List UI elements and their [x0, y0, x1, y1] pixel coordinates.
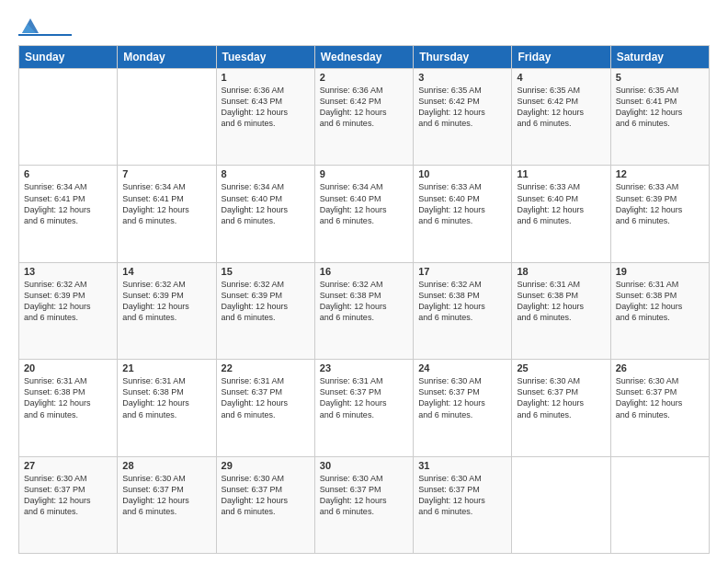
calendar-cell: 15Sunrise: 6:32 AM Sunset: 6:39 PM Dayli…: [216, 262, 314, 359]
day-info: Sunrise: 6:33 AM Sunset: 6:40 PM Dayligh…: [517, 181, 605, 226]
day-number: 4: [517, 72, 605, 83]
calendar-cell: 27Sunrise: 6:30 AM Sunset: 6:37 PM Dayli…: [19, 456, 118, 553]
calendar-week-4: 20Sunrise: 6:31 AM Sunset: 6:38 PM Dayli…: [19, 360, 710, 456]
day-number: 16: [320, 266, 408, 277]
header-friday: Friday: [512, 46, 610, 69]
header-wednesday: Wednesday: [314, 46, 413, 69]
calendar-cell: 16Sunrise: 6:32 AM Sunset: 6:38 PM Dayli…: [314, 262, 413, 359]
day-number: 30: [320, 460, 408, 471]
day-info: Sunrise: 6:30 AM Sunset: 6:37 PM Dayligh…: [616, 375, 704, 420]
calendar-cell: 3Sunrise: 6:35 AM Sunset: 6:42 PM Daylig…: [414, 69, 512, 166]
day-number: 20: [24, 362, 112, 373]
header-monday: Monday: [118, 46, 216, 69]
day-info: Sunrise: 6:34 AM Sunset: 6:40 PM Dayligh…: [320, 181, 408, 226]
day-info: Sunrise: 6:30 AM Sunset: 6:37 PM Dayligh…: [222, 473, 310, 518]
calendar-cell: [118, 69, 216, 166]
day-number: 25: [517, 362, 605, 373]
header-thursday: Thursday: [414, 46, 512, 69]
header-saturday: Saturday: [610, 46, 709, 69]
day-info: Sunrise: 6:34 AM Sunset: 6:41 PM Dayligh…: [24, 181, 112, 226]
header-tuesday: Tuesday: [216, 46, 314, 69]
day-info: Sunrise: 6:31 AM Sunset: 6:38 PM Dayligh…: [122, 375, 210, 420]
day-info: Sunrise: 6:31 AM Sunset: 6:38 PM Dayligh…: [517, 279, 605, 324]
day-number: 7: [122, 168, 210, 179]
calendar-cell: 26Sunrise: 6:30 AM Sunset: 6:37 PM Dayli…: [610, 360, 709, 456]
day-info: Sunrise: 6:36 AM Sunset: 6:43 PM Dayligh…: [222, 85, 310, 130]
day-number: 22: [222, 362, 310, 373]
day-number: 29: [222, 460, 310, 471]
calendar-cell: 31Sunrise: 6:30 AM Sunset: 6:37 PM Dayli…: [414, 456, 512, 553]
day-number: 9: [320, 168, 408, 179]
page: Sunday Monday Tuesday Wednesday Thursday…: [0, 0, 728, 563]
day-info: Sunrise: 6:30 AM Sunset: 6:37 PM Dayligh…: [320, 473, 408, 518]
day-info: Sunrise: 6:33 AM Sunset: 6:40 PM Dayligh…: [418, 181, 506, 226]
calendar-cell: 5Sunrise: 6:35 AM Sunset: 6:41 PM Daylig…: [610, 69, 709, 166]
calendar-cell: 20Sunrise: 6:31 AM Sunset: 6:38 PM Dayli…: [19, 360, 118, 456]
day-info: Sunrise: 6:32 AM Sunset: 6:39 PM Dayligh…: [222, 279, 310, 324]
calendar-cell: 21Sunrise: 6:31 AM Sunset: 6:38 PM Dayli…: [118, 360, 216, 456]
calendar-cell: 24Sunrise: 6:30 AM Sunset: 6:37 PM Dayli…: [414, 360, 512, 456]
day-number: 10: [418, 168, 506, 179]
calendar-cell: 19Sunrise: 6:31 AM Sunset: 6:38 PM Dayli…: [610, 262, 709, 359]
day-number: 8: [222, 168, 310, 179]
day-number: 5: [616, 72, 704, 83]
calendar-week-3: 13Sunrise: 6:32 AM Sunset: 6:39 PM Dayli…: [19, 262, 710, 359]
day-number: 19: [616, 266, 704, 277]
day-info: Sunrise: 6:30 AM Sunset: 6:37 PM Dayligh…: [24, 473, 112, 518]
calendar-cell: 4Sunrise: 6:35 AM Sunset: 6:42 PM Daylig…: [512, 69, 610, 166]
calendar-cell: 9Sunrise: 6:34 AM Sunset: 6:40 PM Daylig…: [314, 166, 413, 262]
day-number: 14: [122, 266, 210, 277]
day-info: Sunrise: 6:32 AM Sunset: 6:39 PM Dayligh…: [24, 279, 112, 324]
calendar-cell: 1Sunrise: 6:36 AM Sunset: 6:43 PM Daylig…: [216, 69, 314, 166]
day-number: 31: [418, 460, 506, 471]
day-info: Sunrise: 6:30 AM Sunset: 6:37 PM Dayligh…: [122, 473, 210, 518]
day-info: Sunrise: 6:36 AM Sunset: 6:42 PM Dayligh…: [320, 85, 408, 130]
calendar-cell: 22Sunrise: 6:31 AM Sunset: 6:37 PM Dayli…: [216, 360, 314, 456]
day-number: 12: [616, 168, 704, 179]
calendar-cell: 12Sunrise: 6:33 AM Sunset: 6:39 PM Dayli…: [610, 166, 709, 262]
day-info: Sunrise: 6:32 AM Sunset: 6:38 PM Dayligh…: [418, 279, 506, 324]
calendar-cell: 23Sunrise: 6:31 AM Sunset: 6:37 PM Dayli…: [314, 360, 413, 456]
calendar-cell: 13Sunrise: 6:32 AM Sunset: 6:39 PM Dayli…: [19, 262, 118, 359]
day-number: 21: [122, 362, 210, 373]
day-number: 23: [320, 362, 408, 373]
calendar-cell: 6Sunrise: 6:34 AM Sunset: 6:41 PM Daylig…: [19, 166, 118, 262]
calendar-cell: 10Sunrise: 6:33 AM Sunset: 6:40 PM Dayli…: [414, 166, 512, 262]
day-info: Sunrise: 6:35 AM Sunset: 6:41 PM Dayligh…: [616, 85, 704, 130]
day-info: Sunrise: 6:32 AM Sunset: 6:39 PM Dayligh…: [122, 279, 210, 324]
logo: [18, 17, 72, 36]
day-info: Sunrise: 6:31 AM Sunset: 6:37 PM Dayligh…: [320, 375, 408, 420]
logo-icon: [20, 17, 40, 35]
calendar-cell: [512, 456, 610, 553]
day-number: 27: [24, 460, 112, 471]
calendar-cell: 28Sunrise: 6:30 AM Sunset: 6:37 PM Dayli…: [118, 456, 216, 553]
calendar-cell: 2Sunrise: 6:36 AM Sunset: 6:42 PM Daylig…: [314, 69, 413, 166]
day-info: Sunrise: 6:30 AM Sunset: 6:37 PM Dayligh…: [418, 473, 506, 518]
calendar-cell: 18Sunrise: 6:31 AM Sunset: 6:38 PM Dayli…: [512, 262, 610, 359]
calendar-cell: 17Sunrise: 6:32 AM Sunset: 6:38 PM Dayli…: [414, 262, 512, 359]
calendar-cell: [610, 456, 709, 553]
day-number: 13: [24, 266, 112, 277]
day-number: 1: [222, 72, 310, 83]
calendar-week-5: 27Sunrise: 6:30 AM Sunset: 6:37 PM Dayli…: [19, 456, 710, 553]
calendar-cell: 30Sunrise: 6:30 AM Sunset: 6:37 PM Dayli…: [314, 456, 413, 553]
day-info: Sunrise: 6:34 AM Sunset: 6:41 PM Dayligh…: [122, 181, 210, 226]
header: [18, 17, 710, 36]
calendar-cell: 7Sunrise: 6:34 AM Sunset: 6:41 PM Daylig…: [118, 166, 216, 262]
calendar-week-1: 1Sunrise: 6:36 AM Sunset: 6:43 PM Daylig…: [19, 69, 710, 166]
day-number: 15: [222, 266, 310, 277]
day-info: Sunrise: 6:35 AM Sunset: 6:42 PM Dayligh…: [517, 85, 605, 130]
logo-underline: [18, 34, 72, 36]
day-number: 28: [122, 460, 210, 471]
day-number: 24: [418, 362, 506, 373]
weekday-header-row: Sunday Monday Tuesday Wednesday Thursday…: [19, 46, 710, 69]
day-info: Sunrise: 6:35 AM Sunset: 6:42 PM Dayligh…: [418, 85, 506, 130]
calendar-cell: 29Sunrise: 6:30 AM Sunset: 6:37 PM Dayli…: [216, 456, 314, 553]
day-info: Sunrise: 6:30 AM Sunset: 6:37 PM Dayligh…: [517, 375, 605, 420]
day-info: Sunrise: 6:34 AM Sunset: 6:40 PM Dayligh…: [222, 181, 310, 226]
day-number: 6: [24, 168, 112, 179]
calendar-cell: 25Sunrise: 6:30 AM Sunset: 6:37 PM Dayli…: [512, 360, 610, 456]
day-info: Sunrise: 6:31 AM Sunset: 6:37 PM Dayligh…: [222, 375, 310, 420]
day-number: 26: [616, 362, 704, 373]
calendar-cell: 11Sunrise: 6:33 AM Sunset: 6:40 PM Dayli…: [512, 166, 610, 262]
